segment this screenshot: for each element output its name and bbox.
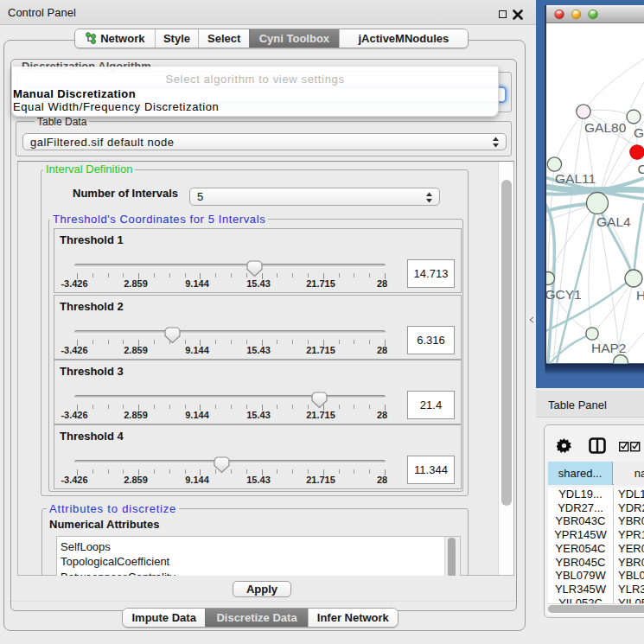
svg-text:GCY1: GCY1 xyxy=(545,287,582,302)
svg-text:GAL80: GAL80 xyxy=(584,120,627,135)
svg-text:G.: G. xyxy=(634,125,644,140)
svg-text:HAP2: HAP2 xyxy=(591,341,627,355)
svg-text:GAL4: GAL4 xyxy=(596,214,631,229)
svg-text:C: C xyxy=(638,162,644,176)
svg-text:GAL11: GAL11 xyxy=(555,171,596,186)
svg-text:H: H xyxy=(636,288,644,303)
